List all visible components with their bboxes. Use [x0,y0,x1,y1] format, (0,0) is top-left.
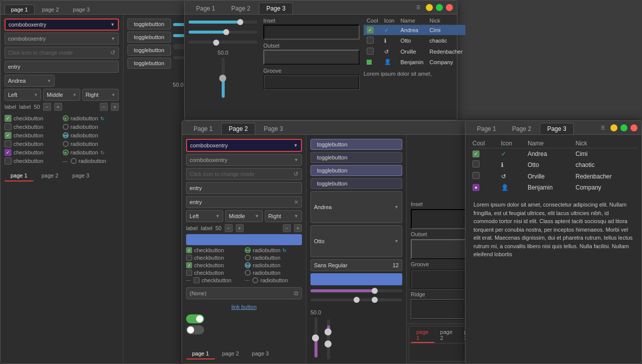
left-dropdown[interactable]: Left ▼ [5,89,41,101]
tab-page3[interactable]: page 3 [66,5,96,14]
radiobutton-5[interactable]: radiobutton ↻ [63,149,119,156]
front-btab1-p1[interactable]: page 1 [411,328,434,343]
pt-page3[interactable]: page 3 [66,170,95,181]
table-row-1[interactable]: ✓ ✓ Andrea Cimi [364,25,465,36]
tr-vslider[interactable] [220,58,227,98]
front-mid-slider1[interactable] [310,287,402,294]
front-rb4[interactable]: radiobutton [245,270,302,276]
front-entry-1[interactable]: entry [186,182,302,194]
front-rb5[interactable]: — radiobutton [245,277,302,283]
tr-slider-2[interactable] [189,29,257,36]
lorem-min-btn[interactable] [610,124,617,131]
radiobutton-1[interactable]: radiobutton ↻ [63,115,119,122]
togglebtn-1[interactable]: togglebutton [127,19,171,30]
radiobutton-4[interactable]: radiobutton [63,140,119,147]
lorem-tr-4[interactable]: ● 👤 Benjamin Company [469,182,637,193]
checkbutton-6[interactable]: checkbutton [5,157,61,164]
tr-min-btn[interactable] [426,4,433,11]
front-tb1[interactable]: togglebutton [310,139,402,150]
front-entry-x[interactable]: entry ✕ [186,196,302,208]
lorem-tab1[interactable]: Page 1 [469,123,504,134]
click-icon-entry[interactable]: Click icon to change mode ↺ [5,47,119,59]
front-rb1[interactable]: radiobutton ↻ [245,247,302,253]
front-mid-slider2[interactable] [310,296,402,303]
lorem-tab3[interactable]: Page 3 [540,123,574,134]
checkbutton-3[interactable]: ✓ checkbutton [5,132,61,139]
front-tab1[interactable]: Page 1 [186,123,220,134]
table-row-4[interactable]: 👤 Benjamin Company [364,57,465,67]
togglebtn-2[interactable]: togglebutton [127,32,171,43]
front-cb2[interactable]: checkbutton [186,255,243,261]
front-vslider2[interactable] [325,319,332,359]
front-reload-icon[interactable]: ↺ [293,170,298,177]
front-pt2[interactable]: page 2 [216,348,245,359]
front-entry-x-clear[interactable]: ✕ [294,199,298,206]
lorem-close-btn[interactable] [630,124,637,131]
front-toggle-on[interactable] [186,314,204,323]
front-otto-dd[interactable]: Otto ▼ [310,225,402,257]
front-tab2[interactable]: Page 2 [221,123,255,134]
combo-normal[interactable]: comboboxentry ▼ [5,33,119,45]
middle-dropdown[interactable]: Middle ▼ [43,89,80,101]
front-cb1[interactable]: ✓ checkbutton [186,247,243,253]
front-tb2[interactable]: togglebutton [310,152,402,163]
combo-red[interactable]: comboboxentry ▼ [5,19,119,31]
front-tab3[interactable]: Page 3 [256,123,290,134]
lorem-tr-3[interactable]: ↺ Orville Redenbacher [469,170,637,182]
front-right-dd[interactable]: Right ▼ [265,210,302,222]
checkbutton-1[interactable]: ✓ checkbutton [5,115,61,122]
front-cb5[interactable]: — checkbutton [186,277,243,283]
lorem-menu-btn[interactable]: ☰ [598,124,607,131]
checkbutton-5[interactable]: ✓ checkbutton [5,149,61,156]
front-rb3[interactable]: radiobutton [245,262,302,268]
front-rb2[interactable]: radiobutton [245,255,302,261]
front-font-row[interactable]: Sans Regular 12 [310,259,402,271]
front-left-dd[interactable]: Left ▼ [186,210,223,222]
table-row-2[interactable]: ℹ Otto chaotic [364,35,465,46]
front-combo-red[interactable]: comboboxentry ▼ [186,139,302,152]
tr-max-btn[interactable] [436,4,443,11]
checkbutton-2[interactable]: checkbutton [5,123,61,130]
front-tb4[interactable]: togglebutton [310,178,402,189]
front-pt1[interactable]: page 1 [186,348,215,359]
front-copy-icon[interactable]: ⧉ [294,290,298,297]
front-plus-2[interactable]: + [294,224,302,232]
stepper-minus[interactable]: − [43,103,51,111]
radiobutton-2[interactable]: radiobutton [63,123,119,130]
pt-page1[interactable]: page 1 [5,170,34,181]
tr-slider-3[interactable] [189,39,257,46]
front-btab1-p2[interactable]: page 2 [435,328,458,343]
front-vslider1[interactable] [312,317,319,357]
front-minus[interactable]: − [225,224,233,232]
front-minus-2[interactable]: − [283,224,291,232]
lorem-tr-2[interactable]: ℹ Otto chaotic [469,159,637,170]
front-cb4[interactable]: checkbutton [186,270,243,276]
lorem-max-btn[interactable] [620,124,627,131]
right-dropdown[interactable]: Right ▼ [82,89,119,101]
stepper-plus[interactable]: + [54,103,62,111]
front-mid-dd[interactable]: Middle ▼ [225,210,262,222]
front-click-icon-entry[interactable]: Click icon to change mode ↺ [186,168,302,180]
tr-menu-btn[interactable]: ☰ [414,4,423,11]
front-link-btn[interactable]: link button [231,304,256,310]
front-cb3[interactable]: ✓ checkbutton [186,262,243,268]
lorem-tr-1[interactable]: ✓ ✓ Andrea Cimi [469,148,637,159]
lorem-tab2[interactable]: Page 2 [505,123,539,134]
radiobutton-3[interactable]: radiobutton [63,132,119,139]
front-tb3[interactable]: togglebutton [310,165,402,176]
stepper-minus-2[interactable]: − [100,103,108,111]
tr-tab1[interactable]: Page 1 [189,3,223,14]
togglebtn-3[interactable]: togglebutton [127,45,171,56]
tr-tab3[interactable]: Page 3 [259,3,293,14]
table-row-3[interactable]: ↺ Orville Redenbacher [364,46,465,57]
checkbutton-4[interactable]: checkbutton [5,140,61,147]
radiobutton-6[interactable]: — radiobutton [63,157,119,164]
tr-slider-1[interactable] [189,19,257,26]
stepper-plus-2[interactable]: + [111,103,119,111]
front-toggle-off[interactable] [186,325,204,334]
andrea-dropdown[interactable]: Andrea ▼ [5,75,55,87]
front-pt3[interactable]: page 3 [246,348,275,359]
front-plus[interactable]: + [236,224,244,232]
pt-page2[interactable]: page 2 [36,170,65,181]
front-andrea-dd[interactable]: Andrea ▼ [310,191,402,223]
